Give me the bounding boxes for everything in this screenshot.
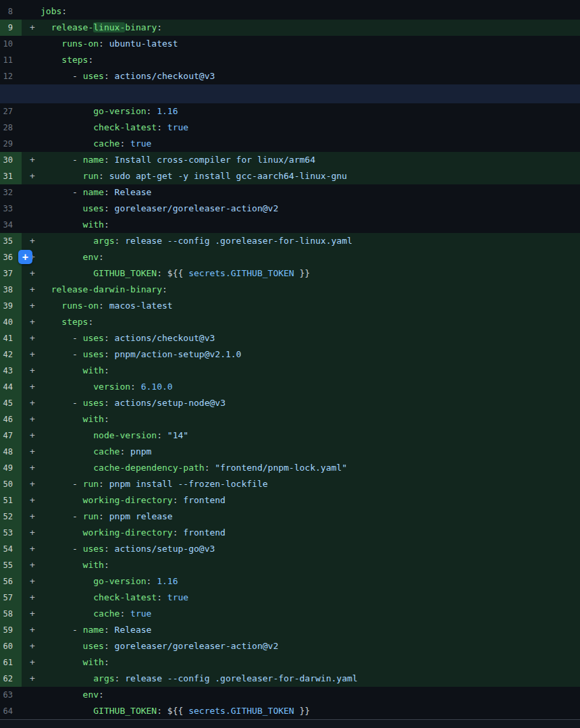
code-line: + with: (22, 654, 580, 671)
line-number[interactable]: 45 (0, 395, 22, 411)
line-number[interactable]: 35 (0, 233, 22, 249)
code-token: - (41, 511, 83, 521)
code-token: uses (83, 544, 104, 554)
code-token: "14" (162, 430, 188, 440)
code-line: + release-linux-binary: (22, 20, 580, 36)
code-line: + - run: pnpm release (22, 509, 580, 525)
diff-row-context: 8jobs: (0, 3, 580, 20)
line-number[interactable]: 55 (0, 557, 22, 573)
diff-marker: + (22, 541, 41, 557)
line-number[interactable]: 61 (0, 654, 22, 671)
diff-row-added: 57+ check-latest: true (0, 590, 580, 606)
diff-marker: + (22, 509, 41, 525)
line-number[interactable]: 30 (0, 152, 22, 168)
line-number[interactable]: 58 (0, 606, 22, 622)
line-number[interactable]: 38 (0, 282, 22, 298)
code-token: check-latest (41, 122, 157, 132)
code-token: : (104, 155, 109, 165)
code-token: pnpm install --frozen-lockfile (104, 479, 268, 489)
diff-marker: + (22, 233, 41, 249)
line-number[interactable]: 51 (0, 492, 22, 509)
diff-row-context: 32 - name: Release (0, 184, 580, 201)
code-token: GITHUB_TOKEN (41, 706, 157, 716)
line-number[interactable]: 49 (0, 460, 22, 476)
line-number[interactable]: 62 (0, 671, 22, 687)
line-number[interactable]: 10 (0, 36, 22, 52)
line-number[interactable]: 50 (0, 476, 22, 492)
line-number[interactable]: 63 (0, 687, 22, 703)
line-number[interactable]: 39 (0, 298, 22, 314)
code-token: : (99, 690, 104, 700)
hunk-expander-band[interactable] (0, 84, 580, 103)
diff-row-context: 33 uses: goreleaser/goreleaser-action@v2 (0, 201, 580, 217)
line-number[interactable]: 40 (0, 314, 22, 330)
line-number[interactable]: 60 (0, 638, 22, 654)
code-token: env (41, 690, 99, 700)
line-number[interactable]: 31 (0, 168, 22, 184)
code-token: }} (294, 268, 310, 278)
line-number[interactable]: 8 (0, 3, 22, 20)
code-token: "frontend/pnpm-lock.yaml" (209, 463, 347, 473)
line-number[interactable]: 47 (0, 427, 22, 444)
diff-row-added: 53+ working-directory: frontend (0, 525, 580, 541)
code-token: : (104, 560, 109, 570)
code-token: : (157, 22, 162, 32)
diff-row-added: 55+ with: (0, 557, 580, 573)
code-line: + steps: (22, 314, 580, 330)
diff-marker: + (22, 363, 41, 379)
line-number[interactable]: 64 (0, 703, 22, 719)
line-number[interactable]: 11 (0, 52, 22, 68)
line-number[interactable]: 52 (0, 509, 22, 525)
line-number[interactable]: 48 (0, 444, 22, 460)
line-number[interactable]: 46 (0, 411, 22, 427)
line-number[interactable]: 54 (0, 541, 22, 557)
line-number[interactable]: 56 (0, 573, 22, 590)
code-token: : (104, 641, 109, 651)
line-number[interactable]: 37 (0, 265, 22, 282)
line-number[interactable]: 29 (0, 136, 22, 152)
line-number[interactable]: 33 (0, 201, 22, 217)
line-number[interactable]: 9 (0, 20, 22, 36)
diff-row-added: 60+ uses: goreleaser/goreleaser-action@v… (0, 638, 580, 654)
code-token: : (104, 414, 109, 424)
line-number[interactable]: 53 (0, 525, 22, 541)
diff-marker: + (22, 314, 41, 330)
line-number[interactable]: 28 (0, 120, 22, 136)
diff-marker: + (22, 346, 41, 363)
line-number[interactable]: 44 (0, 379, 22, 395)
code-line: with: (22, 217, 580, 233)
code-token: with (41, 219, 104, 230)
line-number[interactable]: 43 (0, 363, 22, 379)
code-token: true (162, 122, 188, 132)
diff-row-added: 49+ cache-dependency-path: "frontend/pnp… (0, 460, 580, 476)
diff-row-added: 43+ with: (0, 363, 580, 379)
line-number[interactable]: 27 (0, 103, 22, 120)
code-line: + node-version: "14" (22, 427, 580, 444)
code-token: : (104, 398, 109, 408)
code-line: + uses: goreleaser/goreleaser-action@v2 (22, 638, 580, 654)
add-comment-button[interactable]: + (18, 250, 32, 264)
code-token: with (41, 414, 104, 424)
code-token: uses (41, 203, 104, 213)
line-number[interactable]: 41 (0, 330, 22, 346)
code-token: : (99, 171, 104, 181)
code-line: + check-latest: true (22, 590, 580, 606)
line-number[interactable]: 34 (0, 217, 22, 233)
code-token: : (99, 301, 104, 311)
diff-row-added: 59+ - name: Release (0, 622, 580, 638)
line-number[interactable]: 12 (0, 68, 22, 84)
diff-row-context: 11 steps: (0, 52, 580, 68)
code-token: : (157, 592, 162, 602)
line-number[interactable]: 42 (0, 346, 22, 363)
code-token: : (99, 252, 104, 262)
code-token: cache (41, 608, 120, 619)
line-number[interactable]: 59 (0, 622, 22, 638)
line-number[interactable]: 32 (0, 184, 22, 201)
code-line: + - uses: actions/setup-node@v3 (22, 395, 580, 411)
code-token: check-latest (41, 592, 157, 602)
code-token: args (41, 236, 115, 246)
code-line: GITHUB_TOKEN: ${{ secrets.GITHUB_TOKEN }… (22, 703, 580, 719)
line-number[interactable]: 57 (0, 590, 22, 606)
diff-row-context: 12 - uses: actions/checkout@v3 (0, 68, 580, 84)
code-token: : (99, 479, 104, 489)
